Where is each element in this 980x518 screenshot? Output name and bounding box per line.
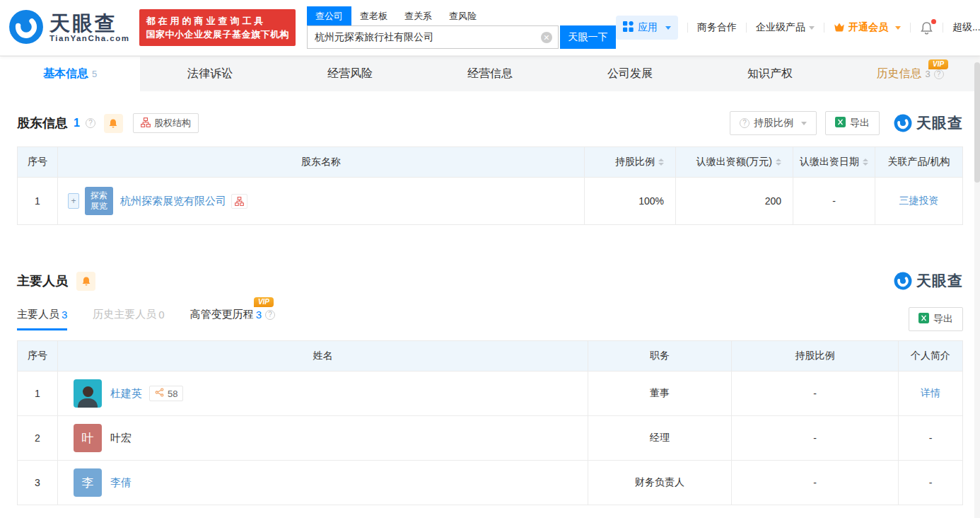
nav-membership-label: 开通会员 [848, 21, 888, 34]
col-shareholder-name: 股东名称 [57, 147, 584, 177]
person-name-link[interactable]: 李倩 [110, 476, 132, 490]
staff-row: 3 李 李倩 财务负责人 - - [18, 460, 962, 505]
vip-badge: VIP [928, 59, 948, 69]
shareholder-name-cell: + 探索 展览 杭州探索展览有限公司 [57, 178, 584, 224]
search-input[interactable] [315, 32, 541, 43]
search-tab-boss[interactable]: 查老板 [351, 6, 396, 25]
notification-bell-icon[interactable] [920, 21, 933, 35]
chevron-down-icon [665, 26, 671, 30]
nav-account[interactable]: 超级... [952, 21, 980, 34]
row-index: 2 [18, 416, 57, 460]
staff-name-cell: 李 李倩 [57, 461, 588, 505]
col-index: 序号 [18, 147, 57, 177]
col-related-products: 关联产品/机构 [875, 147, 962, 177]
equity-structure-label: 股权结构 [154, 117, 191, 130]
tab-operation-risk[interactable]: 经营风险 [280, 57, 420, 91]
tab-label: 法律诉讼 [187, 67, 233, 81]
nav-cooperation[interactable]: 商务合作 [697, 21, 737, 34]
excel-icon [835, 117, 846, 130]
search-tab-company[interactable]: 查公司 [307, 6, 351, 25]
staff-sub-tabs: 主要人员 3 历史主要人员 0 VIP 高管变更历程 3 ? [17, 308, 275, 330]
equity-structure-button[interactable]: 股权结构 [133, 113, 199, 133]
relations-count: 58 [168, 388, 177, 399]
subtab-history-staff[interactable]: 历史主要人员 0 [93, 308, 164, 330]
tab-label: 公司发展 [607, 67, 653, 81]
nav-enterprise[interactable]: 企业级产品 [756, 21, 815, 34]
tab-operation-info[interactable]: 经营信息 [420, 57, 560, 91]
tab-history-info[interactable]: VIP 历史信息 3 ? [840, 57, 980, 91]
col-name: 姓名 [57, 341, 588, 371]
nav-apps[interactable]: 应用 [616, 16, 678, 40]
help-icon[interactable]: ? [86, 118, 95, 128]
export-button[interactable]: 导出 [909, 307, 963, 331]
col-holding-ratio: 持股比例 [584, 147, 675, 177]
monitor-bell-button[interactable] [76, 272, 95, 291]
tab-company-development[interactable]: 公司发展 [560, 57, 700, 91]
shareholder-company-link[interactable]: 杭州探索展览有限公司 [120, 195, 226, 208]
search-area: 查公司 查老板 查关系 查风险 ✕ 天眼一下 [307, 6, 616, 49]
person-photo-avatar[interactable] [74, 379, 102, 408]
subtab-label: 历史主要人员 [93, 308, 156, 321]
staff-name-cell: 杜建英 58 [57, 372, 588, 415]
subtab-executive-changes[interactable]: VIP 高管变更历程 3 ? [190, 308, 275, 330]
vertical-scrollbar[interactable] [974, 57, 980, 518]
nav-membership[interactable]: 开通会员 [834, 21, 901, 34]
help-icon[interactable]: ? [934, 69, 944, 79]
related-product-link[interactable]: 三捷投资 [899, 195, 939, 207]
sort-icon[interactable] [863, 159, 868, 166]
search-tab-relation[interactable]: 查关系 [396, 6, 441, 25]
expand-button[interactable]: + [68, 193, 79, 209]
subscribed-amount-value: 200 [675, 178, 793, 224]
company-avatar[interactable]: 探索 展览 [85, 187, 113, 215]
holding-ratio-dropdown[interactable]: ? 持股比例 [730, 111, 817, 135]
ratio-value: - [731, 416, 898, 460]
shareholders-table-header: 序号 股东名称 持股比例 认缴出资额(万元) 认缴出资日期 关联产品/机构 [18, 147, 962, 177]
nav-divider [943, 23, 943, 33]
tab-basic-info[interactable]: 基本信息 5 [0, 57, 140, 91]
help-icon: ? [740, 118, 749, 128]
person-name-link[interactable]: 杜建英 [110, 387, 142, 401]
subtab-count: 3 [256, 309, 262, 321]
tab-count: 5 [92, 69, 97, 79]
export-label: 导出 [933, 313, 953, 326]
relations-badge[interactable]: 58 [149, 386, 183, 401]
notification-dot [931, 19, 936, 24]
sort-icon[interactable] [658, 159, 664, 166]
staff-row: 1 杜建英 58 董事 - 详情 [18, 371, 962, 415]
shareholder-row: 1 + 探索 展览 杭州探索展览有限公司 100% 200 - 三捷投资 [18, 177, 962, 224]
tab-legal[interactable]: 法律诉讼 [140, 57, 280, 91]
staff-row: 2 叶 叶宏 经理 - - [18, 415, 962, 460]
help-icon[interactable]: ? [265, 310, 275, 320]
watermark-text: 天眼查 [916, 271, 963, 291]
col-subscribed-amount: 认缴出资额(万元) [675, 147, 793, 177]
crown-icon [834, 22, 845, 34]
export-button[interactable]: 导出 [825, 111, 880, 135]
search-button[interactable]: 天眼一下 [560, 25, 616, 49]
monitor-bell-button[interactable] [104, 114, 123, 133]
brand-domain: TianYanCha.com [49, 34, 129, 42]
search-box: ✕ [307, 25, 559, 49]
sort-icon[interactable] [776, 159, 781, 166]
profile-detail-link[interactable]: 详情 [921, 387, 940, 400]
tab-label: 知识产权 [747, 67, 793, 81]
subtab-key-staff[interactable]: 主要人员 3 [17, 308, 67, 330]
col-position: 职务 [588, 341, 731, 371]
equity-structure-mini-button[interactable] [231, 194, 247, 209]
tab-label: 经营风险 [327, 67, 373, 81]
tab-label: 历史信息 [876, 67, 921, 81]
tianyancha-logo-icon [894, 114, 912, 132]
tianyancha-logo[interactable]: 天眼查 TianYanCha.com [8, 9, 129, 47]
clear-search-icon[interactable]: ✕ [541, 32, 552, 43]
staff-section: 主要人员 天眼查 主要人员 3 历史主要人员 0 [0, 269, 980, 505]
subscribed-date-value: - [793, 178, 875, 224]
related-product-cell: 三捷投资 [875, 178, 962, 224]
profile-value: - [898, 416, 962, 460]
ratio-value: - [731, 372, 898, 415]
person-initial-avatar[interactable]: 李 [74, 468, 102, 497]
tab-label: 基本信息 [43, 67, 88, 81]
col-subscribed-date: 认缴出资日期 [793, 147, 875, 177]
tab-intellectual-property[interactable]: 知识产权 [700, 57, 840, 91]
search-tab-risk[interactable]: 查风险 [441, 6, 485, 25]
scrollbar-thumb[interactable] [974, 62, 980, 183]
person-initial-avatar[interactable]: 叶 [74, 424, 102, 452]
